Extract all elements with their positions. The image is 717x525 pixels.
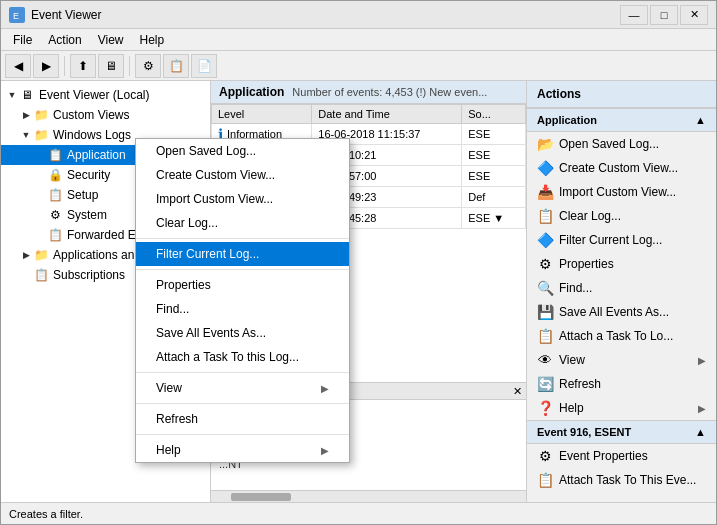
menu-view[interactable]: View [90, 31, 132, 49]
action-refresh[interactable]: 🔄 Refresh [527, 372, 716, 396]
attach-task-event-icon: 📋 [537, 472, 553, 488]
expand-icon-setup [33, 188, 47, 202]
menu-help[interactable]: Help [132, 31, 173, 49]
import-button[interactable]: 📄 [191, 54, 217, 78]
action-open-saved-log[interactable]: 📂 Open Saved Log... [527, 132, 716, 156]
up-button[interactable]: ⬆ [70, 54, 96, 78]
action-label-help: Help [559, 401, 584, 415]
window-controls: — □ ✕ [620, 5, 708, 25]
action-label-attach-task-log: Attach a Task To Lo... [559, 329, 673, 343]
action-save-all-events[interactable]: 💾 Save All Events As... [527, 300, 716, 324]
properties-toolbar-button[interactable]: ⚙ [135, 54, 161, 78]
action-attach-task-log[interactable]: 📋 Attach a Task To Lo... [527, 324, 716, 348]
ctx-help[interactable]: Help ▶ [136, 438, 349, 462]
cell-source-3: Def [462, 187, 526, 208]
ctx-open-saved-log[interactable]: Open Saved Log... [136, 139, 349, 163]
tree-label-applications-and: Applications an... [53, 248, 144, 262]
forward-button[interactable]: ▶ [33, 54, 59, 78]
scroll-thumb [231, 493, 291, 501]
main-area: ▼ 🖥 Event Viewer (Local) ▶ 📁 Custom View… [1, 81, 716, 502]
view-icon: 👁 [537, 352, 553, 368]
minimize-button[interactable]: — [620, 5, 648, 25]
action-help[interactable]: ❓ Help ▶ [527, 396, 716, 420]
tree-label-subscriptions: Subscriptions [53, 268, 125, 282]
app-section-arrow: ▲ [695, 114, 706, 126]
action-create-custom-view[interactable]: 🔷 Create Custom View... [527, 156, 716, 180]
toolbar: ◀ ▶ ⬆ 🖥 ⚙ 📋 📄 [1, 51, 716, 81]
action-label-import-custom-view: Import Custom View... [559, 185, 676, 199]
ctx-attach-task-log[interactable]: Attach a Task To this Log... [136, 345, 349, 369]
save-all-events-icon: 💾 [537, 304, 553, 320]
ctx-separator-4 [136, 403, 349, 404]
tree-item-event-viewer[interactable]: ▼ 🖥 Event Viewer (Local) [1, 85, 210, 105]
maximize-button[interactable]: □ [650, 5, 678, 25]
menu-file[interactable]: File [5, 31, 40, 49]
action-import-custom-view[interactable]: 📥 Import Custom View... [527, 180, 716, 204]
action-view[interactable]: 👁 View ▶ [527, 348, 716, 372]
ctx-separator-5 [136, 434, 349, 435]
col-source[interactable]: So... [462, 105, 526, 124]
show-hide-button[interactable]: 🖥 [98, 54, 124, 78]
action-label-properties: Properties [559, 257, 614, 271]
context-menu: Open Saved Log... Create Custom View... … [135, 138, 350, 463]
action-event-properties[interactable]: ⚙ Event Properties [527, 444, 716, 468]
ctx-clear-log[interactable]: Clear Log... [136, 211, 349, 235]
col-datetime[interactable]: Date and Time [312, 105, 462, 124]
expand-icon-custom-views: ▶ [19, 108, 33, 122]
ctx-find[interactable]: Find... [136, 297, 349, 321]
folder-icon-application: 📋 [47, 147, 63, 163]
ctx-create-custom-view[interactable]: Create Custom View... [136, 163, 349, 187]
close-button[interactable]: ✕ [680, 5, 708, 25]
event-section-header: Event 916, ESENT ▲ [527, 420, 716, 444]
toolbar-separator-1 [64, 56, 65, 76]
help-icon: ❓ [537, 400, 553, 416]
col-level[interactable]: Level [212, 105, 312, 124]
actions-header: Actions [527, 81, 716, 108]
folder-icon-forwarded: 📋 [47, 227, 63, 243]
cell-source-1: ESE [462, 145, 526, 166]
actions-title: Actions [537, 87, 581, 101]
ctx-view-arrow: ▶ [321, 383, 329, 394]
menu-bar: File Action View Help [1, 29, 716, 51]
ctx-filter-current-log[interactable]: Filter Current Log... [136, 242, 349, 266]
ctx-save-all-events[interactable]: Save All Events As... [136, 321, 349, 345]
folder-icon-applications-and: 📁 [33, 247, 49, 263]
ctx-import-custom-view[interactable]: Import Custom View... [136, 187, 349, 211]
filter-current-log-icon: 🔷 [537, 232, 553, 248]
help-submenu-arrow: ▶ [698, 403, 706, 414]
ctx-properties[interactable]: Properties [136, 273, 349, 297]
main-window: E Event Viewer — □ ✕ File Action View He… [0, 0, 717, 525]
ctx-view[interactable]: View ▶ [136, 376, 349, 400]
ctx-separator-3 [136, 372, 349, 373]
action-find[interactable]: 🔍 Find... [527, 276, 716, 300]
clear-log-icon: 📋 [537, 208, 553, 224]
event-section-arrow: ▲ [695, 426, 706, 438]
action-properties[interactable]: ⚙ Properties [527, 252, 716, 276]
folder-icon-security: 🔒 [47, 167, 63, 183]
action-filter-current-log[interactable]: 🔷 Filter Current Log... [527, 228, 716, 252]
back-button[interactable]: ◀ [5, 54, 31, 78]
create-custom-view-icon: 🔷 [537, 160, 553, 176]
action-label-clear-log: Clear Log... [559, 209, 621, 223]
expand-icon-applications-and: ▶ [19, 248, 33, 262]
cell-source-0: ESE [462, 124, 526, 145]
tree-item-custom-views[interactable]: ▶ 📁 Custom Views [1, 105, 210, 125]
title-bar: E Event Viewer — □ ✕ [1, 1, 716, 29]
expand-icon-security [33, 168, 47, 182]
tree-label-custom-views: Custom Views [53, 108, 129, 122]
action-clear-log[interactable]: 📋 Clear Log... [527, 204, 716, 228]
ctx-refresh[interactable]: Refresh [136, 407, 349, 431]
detail-close-button[interactable]: ✕ [508, 383, 526, 399]
new-log-button[interactable]: 📋 [163, 54, 189, 78]
detail-scrollbar[interactable] [211, 490, 526, 502]
tree-label-application: Application [67, 148, 126, 162]
center-header-info: Number of events: 4,453 (!) New even... [292, 86, 487, 98]
action-label-open-saved-log: Open Saved Log... [559, 137, 659, 151]
status-bar: Creates a filter. [1, 502, 716, 524]
menu-action[interactable]: Action [40, 31, 89, 49]
folder-icon-event-viewer: 🖥 [19, 87, 35, 103]
expand-icon-event-viewer: ▼ [5, 88, 19, 102]
action-attach-task-event[interactable]: 📋 Attach Task To This Eve... [527, 468, 716, 492]
find-icon: 🔍 [537, 280, 553, 296]
expand-icon-subscriptions [19, 268, 33, 282]
